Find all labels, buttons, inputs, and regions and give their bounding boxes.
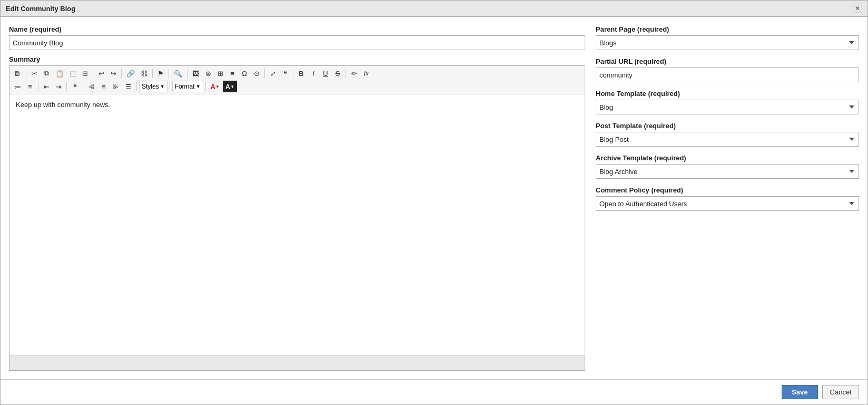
parent-page-select[interactable]: Blogs [596,35,859,50]
parent-page-group: Parent Page (required) Blogs [596,25,859,50]
parent-page-label: Parent Page (required) [596,25,859,33]
partial-url-input[interactable] [596,68,859,82]
unlink-btn[interactable]: ⛓ [138,68,150,79]
editor-text: Keep up with community news. [16,101,578,109]
sep9 [346,69,346,78]
outdent-btn[interactable]: ⇤ [41,81,52,92]
sep13 [136,82,137,91]
home-template-group: Home Template (required) Blog [596,90,859,114]
sep15 [205,82,206,91]
post-template-select[interactable]: Blog Post [596,132,859,147]
sep4 [152,69,153,78]
blockquote-btn[interactable]: ❝ [69,81,81,92]
rich-text-editor: 🗎 ✂ ⧉ 📋 ⬚ ⊞ ↩ ↪ 🔗 ⛓ [9,65,585,371]
name-input[interactable] [9,35,585,50]
sep5 [169,69,169,78]
name-label: Name (required) [9,25,585,33]
styles-arrow: ▼ [160,84,165,89]
flash-btn[interactable]: ⊗ [202,68,214,79]
toolbar: 🗎 ✂ ⧉ 📋 ⬚ ⊞ ↩ ↪ 🔗 ⛓ [9,66,585,94]
table-btn[interactable]: ⊞ [214,68,226,79]
edit-community-blog-dialog: Edit Community Blog ✕ Name (required) Su… [0,0,868,405]
bold-btn[interactable]: B [295,68,307,79]
sep6 [187,69,188,78]
align-left-btn[interactable]: ⫷ [85,81,97,92]
close-button[interactable]: ✕ [853,4,862,13]
home-template-label: Home Template (required) [596,90,859,98]
dialog-title: Edit Community Blog [6,5,75,13]
strikethrough-btn[interactable]: S [332,68,343,79]
styles-label: Styles [142,83,159,90]
new-document-btn[interactable]: 🗎 [12,68,24,79]
home-template-select[interactable]: Blog [596,100,859,114]
archive-template-group: Archive Template (required) Blog Archive [596,154,859,179]
bg-color-btn[interactable]: A▼ [223,81,237,92]
summary-label: Summary [9,55,585,63]
post-template-group: Post Template (required) Blog Post [596,122,859,147]
find-btn[interactable]: 🔍 [171,68,185,79]
summary-field-group: Summary 🗎 ✂ ⧉ 📋 ⬚ ⊞ ↩ [9,55,585,371]
copy-btn[interactable]: ⧉ [41,68,52,79]
archive-template-label: Archive Template (required) [596,154,859,162]
align-justify-btn[interactable]: ≡ [226,68,238,79]
toolbar-row-2: ≔ ≡ ⇤ ⇥ ❝ ⫷ ≡ ⫸ ☰ [12,81,583,92]
sep2 [93,69,93,78]
styles-dropdown[interactable]: Styles ▼ [139,81,167,92]
font-color-btn[interactable]: A▼ [208,81,222,92]
comment-policy-label: Comment Policy (required) [596,186,859,194]
format-dropdown[interactable]: Format ▼ [172,81,203,92]
comment-policy-group: Comment Policy (required) Open to Authen… [596,186,859,211]
format-label: Format [175,83,195,90]
cancel-button[interactable]: Cancel [822,385,859,399]
sep10 [38,82,38,91]
align-right-btn[interactable]: ⫸ [110,81,122,92]
ordered-list-btn[interactable]: ≔ [12,81,24,92]
right-panel: Parent Page (required) Blogs Partial URL… [596,25,859,371]
remove-format-btn[interactable]: Ix [360,68,372,79]
undo-btn[interactable]: ↩ [95,68,107,79]
left-panel: Name (required) Summary 🗎 ✂ ⧉ 📋 ⬚ [9,25,585,371]
block-quote-btn[interactable]: ❝ [279,68,291,79]
editor-footer [9,355,585,370]
sep14 [170,82,170,91]
sep12 [83,82,83,91]
image-btn[interactable]: 🖼 [190,68,202,79]
sep11 [66,82,67,91]
redo-btn[interactable]: ↪ [107,68,119,79]
toolbar-row-1: 🗎 ✂ ⧉ 📋 ⬚ ⊞ ↩ ↪ 🔗 ⛓ [12,68,583,79]
post-template-label: Post Template (required) [596,122,859,130]
indent-btn[interactable]: ⇥ [53,81,64,92]
italic-btn[interactable]: I [308,68,319,79]
sep8 [293,69,293,78]
underline-btn[interactable]: U [320,68,331,79]
sep7 [264,69,265,78]
dialog-titlebar: Edit Community Blog ✕ [1,1,867,17]
cut-btn[interactable]: ✂ [28,68,40,79]
unordered-list-btn[interactable]: ≡ [24,81,36,92]
comment-policy-select[interactable]: Open to Authenticated Users [596,196,859,211]
editor-content-area[interactable]: Keep up with community news. [9,94,585,355]
align-full-btn[interactable]: ☰ [123,81,134,92]
partial-url-group: Partial URL (required) [596,57,859,82]
dialog-footer: Save Cancel [1,379,867,404]
paste-word-btn[interactable]: ⊞ [79,68,91,79]
iframe-btn[interactable]: ⊙ [251,68,262,79]
maximize-btn[interactable]: ⤢ [267,68,279,79]
sep1 [26,69,26,78]
partial-url-label: Partial URL (required) [596,57,859,65]
dialog-body: Name (required) Summary 🗎 ✂ ⧉ 📋 ⬚ [1,17,867,379]
name-field-group: Name (required) [9,25,585,50]
paste-btn[interactable]: 📋 [53,68,66,79]
flag-btn[interactable]: ⚑ [155,68,166,79]
sep3 [121,69,122,78]
link-btn[interactable]: 🔗 [124,68,137,79]
save-button[interactable]: Save [782,385,817,399]
format-arrow: ▼ [196,84,201,89]
special-char-btn[interactable]: Ω [239,68,250,79]
archive-template-select[interactable]: Blog Archive [596,164,859,179]
paste-text-btn[interactable]: ⬚ [67,68,78,79]
align-center-btn[interactable]: ≡ [98,81,110,92]
highlight-btn[interactable]: ✏ [348,68,360,79]
